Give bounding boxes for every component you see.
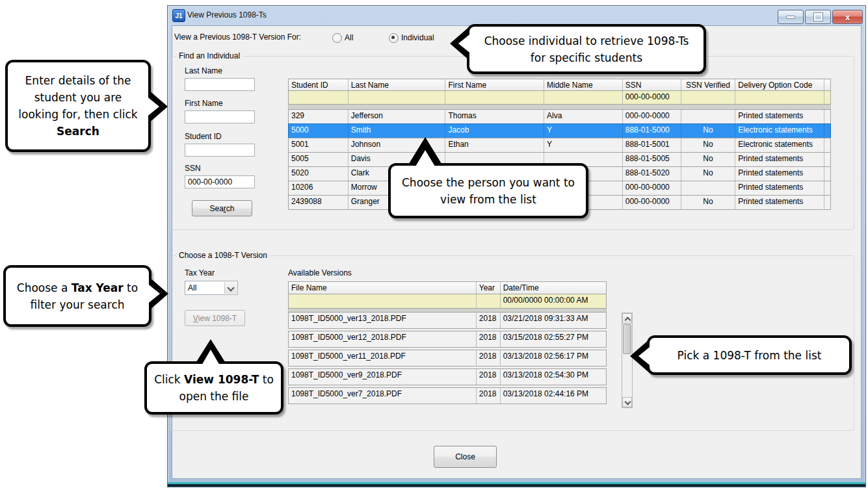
column-header[interactable]: First Name bbox=[445, 79, 544, 90]
last-name-input[interactable] bbox=[185, 78, 255, 91]
grid-cell[interactable] bbox=[824, 196, 830, 209]
grid-cell[interactable]: 1098T_ID5000_ver9_2018.PDF bbox=[289, 369, 477, 385]
grid-cell[interactable] bbox=[824, 138, 830, 152]
grid-cell[interactable]: 2018 bbox=[477, 388, 501, 404]
grid-cell[interactable]: Ethan bbox=[445, 138, 544, 152]
grid-cell[interactable]: Thomas bbox=[445, 110, 544, 123]
table-row[interactable]: 1098T_ID5000_ver7_2018.PDF201803/13/2018… bbox=[288, 387, 607, 404]
grid-cell[interactable]: Y bbox=[544, 138, 623, 152]
grid-cell[interactable]: Electronic statements bbox=[735, 138, 824, 152]
grid-cell[interactable]: Printed statements bbox=[735, 181, 824, 195]
scroll-down-button[interactable] bbox=[622, 397, 632, 407]
grid-cell[interactable]: Smith bbox=[349, 124, 446, 138]
grid-cell[interactable]: Printed statements bbox=[735, 167, 824, 181]
grid-cell[interactable]: 2018 bbox=[477, 313, 501, 328]
grid-cell[interactable]: Printed statements bbox=[735, 196, 824, 209]
filter-cell[interactable]: 000-00-0000 bbox=[623, 91, 681, 104]
grid-cell[interactable]: 888-01-5001 bbox=[623, 138, 681, 152]
grid-cell[interactable]: Jacob bbox=[445, 124, 544, 138]
grid-cell[interactable]: 000-00-0000 bbox=[623, 110, 681, 123]
grid-cell[interactable]: 2018 bbox=[477, 331, 501, 347]
search-button[interactable]: Search bbox=[192, 200, 252, 216]
filter-cell[interactable] bbox=[445, 91, 544, 104]
grid-cell[interactable]: No bbox=[681, 124, 736, 138]
grid-cell[interactable] bbox=[824, 181, 830, 195]
grid-cell[interactable] bbox=[824, 124, 830, 138]
grid-cell[interactable]: 5005 bbox=[289, 153, 349, 166]
close-window-button[interactable]: x bbox=[832, 10, 863, 24]
grid-cell[interactable]: 888-01-5020 bbox=[623, 167, 681, 181]
column-header[interactable] bbox=[824, 79, 830, 90]
grid-cell[interactable] bbox=[681, 110, 736, 123]
radio-all[interactable] bbox=[332, 33, 342, 43]
ssn-input[interactable] bbox=[185, 175, 255, 188]
grid-cell[interactable]: No bbox=[681, 196, 736, 209]
table-row[interactable]: 5001JohnsonEthanY888-01-5001NoElectronic… bbox=[288, 138, 831, 153]
grid-cell[interactable]: No bbox=[681, 167, 736, 181]
tax-year-dropdown-button[interactable] bbox=[224, 282, 237, 294]
grid-cell[interactable]: 2018 bbox=[477, 350, 501, 366]
filter-cell[interactable]: 00/00/0000 00:00:00 AM bbox=[501, 294, 606, 308]
column-header[interactable]: Last Name bbox=[349, 79, 446, 90]
grid-cell[interactable] bbox=[681, 181, 736, 195]
filter-cell[interactable] bbox=[477, 294, 501, 308]
grid-cell[interactable]: Printed statements bbox=[735, 153, 824, 166]
grid-cell[interactable]: Y bbox=[544, 124, 623, 138]
column-header[interactable]: File Name bbox=[289, 282, 477, 294]
close-button[interactable]: Close bbox=[434, 446, 497, 468]
table-row[interactable]: 329JeffersonThomasAlva000-00-0000Printed… bbox=[288, 109, 831, 124]
grid-cell[interactable]: 888-01-5005 bbox=[623, 153, 681, 166]
table-row[interactable]: 1098T_ID5000_ver13_2018.PDF201803/21/201… bbox=[288, 312, 607, 329]
grid-cell[interactable]: 03/15/2018 02:55:27 PM bbox=[501, 331, 606, 347]
table-row[interactable]: 5000SmithJacobY888-01-5000NoElectronic s… bbox=[288, 123, 831, 138]
grid-cell[interactable]: 888-01-5000 bbox=[623, 124, 681, 138]
grid-cell[interactable]: 5020 bbox=[289, 167, 349, 181]
column-header[interactable]: Delivery Option Code bbox=[735, 79, 824, 90]
grid-cell[interactable]: Printed statements bbox=[735, 110, 824, 123]
grid-cell[interactable]: 1098T_ID5000_ver12_2018.PDF bbox=[289, 331, 477, 347]
filter-cell[interactable] bbox=[289, 91, 349, 104]
grid-cell[interactable] bbox=[824, 153, 830, 166]
table-row[interactable]: 1098T_ID5000_ver12_2018.PDF201803/15/201… bbox=[288, 331, 607, 348]
grid-cell[interactable]: 03/21/2018 09:31:33 AM bbox=[501, 313, 606, 328]
first-name-input[interactable] bbox=[185, 110, 255, 123]
grid-cell[interactable]: 000-00-0000 bbox=[623, 196, 681, 209]
grid-cell[interactable] bbox=[824, 110, 830, 123]
grid-cell[interactable]: 10206 bbox=[289, 181, 349, 195]
tax-year-select[interactable]: All bbox=[185, 281, 238, 295]
column-header[interactable]: SSN bbox=[623, 79, 681, 90]
grid-cell[interactable]: 1098T_ID5000_ver7_2018.PDF bbox=[289, 388, 477, 404]
filter-cell[interactable] bbox=[735, 91, 824, 104]
grid-cell[interactable]: 5000 bbox=[289, 124, 349, 138]
maximize-button[interactable] bbox=[805, 10, 831, 24]
minimize-button[interactable] bbox=[778, 10, 804, 24]
column-header[interactable]: Year bbox=[477, 282, 501, 294]
table-row[interactable]: 1098T_ID5000_ver9_2018.PDF201803/13/2018… bbox=[288, 368, 607, 385]
grid-cell[interactable]: 2439088 bbox=[289, 196, 349, 209]
table-row[interactable]: 1098T_ID5000_ver11_2018.PDF201803/13/201… bbox=[288, 350, 607, 366]
grid-cell[interactable]: Alva bbox=[544, 110, 623, 123]
grid-cell[interactable]: 03/13/2018 02:44:16 PM bbox=[501, 388, 606, 404]
filter-cell[interactable] bbox=[681, 91, 736, 104]
student-id-input[interactable] bbox=[185, 144, 255, 157]
grid-cell[interactable] bbox=[824, 167, 830, 181]
filter-cell[interactable] bbox=[289, 294, 477, 308]
grid-cell[interactable]: Jefferson bbox=[349, 110, 446, 123]
column-header[interactable]: Date/Time bbox=[501, 282, 606, 294]
column-header[interactable]: Student ID bbox=[289, 79, 349, 90]
grid-cell[interactable]: 329 bbox=[289, 110, 349, 123]
grid-cell[interactable]: Electronic statements bbox=[735, 124, 824, 138]
column-header[interactable]: Middle Name bbox=[544, 79, 623, 90]
grid-cell[interactable]: 03/13/2018 02:54:30 PM bbox=[501, 369, 606, 385]
grid-cell[interactable]: 2018 bbox=[477, 369, 501, 385]
view-1098t-button[interactable]: View 1098-T bbox=[185, 310, 245, 326]
filter-cell[interactable] bbox=[349, 91, 446, 104]
scroll-up-button[interactable] bbox=[622, 313, 632, 324]
radio-individual[interactable] bbox=[389, 33, 399, 43]
grid-cell[interactable]: 5001 bbox=[289, 138, 349, 152]
title-bar[interactable]: J1 View Previous 1098-Ts x bbox=[168, 6, 865, 24]
column-header[interactable]: SSN Verified bbox=[681, 79, 736, 90]
grid-cell[interactable]: 000-00-0000 bbox=[623, 181, 681, 195]
grid-cell[interactable]: No bbox=[681, 138, 736, 152]
grid-cell[interactable]: No bbox=[681, 153, 736, 166]
